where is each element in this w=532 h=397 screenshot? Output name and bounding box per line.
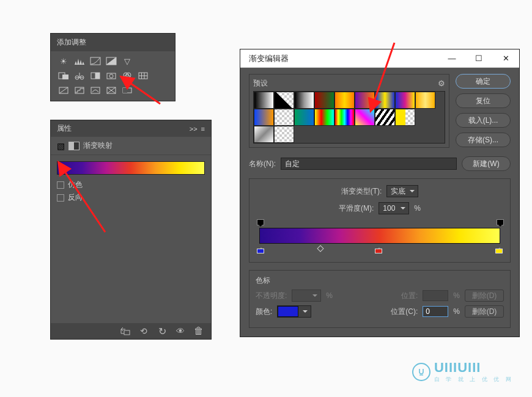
trash-icon[interactable]: 🗑 <box>193 326 205 336</box>
collapse-button[interactable]: >> <box>190 125 198 133</box>
properties-subheader: ▧ 渐变映射 <box>51 137 211 155</box>
reverse-label: 反向 <box>68 192 83 203</box>
new-button[interactable]: 新建(W) <box>462 156 511 171</box>
color-stop-3[interactable] <box>495 245 503 253</box>
preset-swatch[interactable] <box>274 109 294 126</box>
name-input[interactable] <box>281 158 457 170</box>
opacity-pct: % <box>326 291 333 300</box>
adjustments-grid: ☀ ▽ <box>51 51 175 100</box>
preset-swatch[interactable] <box>395 109 415 126</box>
opacity-stop-right[interactable] <box>497 219 503 227</box>
preset-swatch[interactable] <box>314 92 334 109</box>
preset-swatch[interactable] <box>355 92 375 109</box>
stops-group: 色标 不透明度: % 位置: % 删除(D) 颜色: 位置(C): % 删除(D… <box>249 270 511 328</box>
brightness-contrast-icon[interactable]: ☀ <box>57 55 70 67</box>
adjustments-title: 添加调整 <box>51 34 175 51</box>
color-position-label: 位置(C): <box>391 307 418 317</box>
invert-icon[interactable] <box>57 84 70 97</box>
preset-swatch[interactable] <box>254 92 274 109</box>
preset-swatch[interactable] <box>254 109 274 126</box>
preset-swatch[interactable] <box>375 109 395 126</box>
gradient-editor-titlebar[interactable]: 渐变编辑器 — ☐ ✕ <box>240 49 519 68</box>
type-select[interactable]: 实底 <box>386 185 418 197</box>
svg-rect-3 <box>62 75 68 79</box>
preset-swatch[interactable] <box>294 109 314 126</box>
smooth-label: 平滑度(M): <box>339 203 374 214</box>
color-stop-1[interactable] <box>257 245 264 253</box>
properties-title: 属性 <box>57 123 72 134</box>
channel-mixer-icon[interactable] <box>120 70 134 82</box>
preset-swatch[interactable] <box>355 109 375 126</box>
properties-subtitle: 渐变映射 <box>83 140 113 151</box>
preset-swatch[interactable] <box>334 92 355 109</box>
opacity-label: 不透明度: <box>256 291 287 301</box>
bulb-icon <box>412 363 430 381</box>
preset-swatch[interactable] <box>334 109 355 126</box>
watermark-logo: UIIIUIII 自 学 就 上 优 优 网 <box>412 360 514 384</box>
clip-to-layer-icon[interactable] <box>119 326 131 336</box>
panel-menu-icon[interactable]: ≡ <box>201 125 205 133</box>
name-label: 名称(N): <box>249 159 276 169</box>
exposure-icon[interactable] <box>105 55 118 67</box>
dither-checkbox[interactable] <box>57 181 64 189</box>
color-balance-icon[interactable] <box>73 70 86 82</box>
reset-icon[interactable]: ↻ <box>156 326 168 336</box>
threshold-icon[interactable] <box>89 84 102 97</box>
smooth-input[interactable]: 100 <box>379 202 409 214</box>
vibrance-icon[interactable]: ▽ <box>120 55 134 67</box>
curves-icon[interactable] <box>89 55 102 67</box>
close-button[interactable]: ✕ <box>492 49 519 68</box>
gradient-edit-bar[interactable] <box>259 228 500 244</box>
presets-gear-icon[interactable]: ⚙︎ <box>438 79 445 88</box>
ok-button[interactable]: 确定 <box>456 74 511 89</box>
svg-rect-21 <box>124 330 130 335</box>
gradient-editor-title: 渐变编辑器 <box>249 53 289 64</box>
preset-swatch[interactable] <box>274 126 294 143</box>
hue-sat-icon[interactable] <box>57 70 70 82</box>
gradient-type-group: 渐变类型(T): 实底 平滑度(M): 100 % <box>249 178 511 263</box>
color-label: 颜色: <box>256 307 272 317</box>
preset-swatch[interactable] <box>294 92 314 109</box>
gradient-editor-dialog: 渐变编辑器 — ☐ ✕ 预设 ⚙︎ <box>240 49 520 337</box>
photo-filter-icon[interactable] <box>105 70 118 82</box>
opacity-stop-left[interactable] <box>257 219 263 227</box>
color-delete-button[interactable]: 删除(D) <box>465 305 504 318</box>
visibility-icon[interactable]: 👁 <box>174 326 187 336</box>
color-lookup-icon[interactable] <box>136 70 150 82</box>
properties-panel: 属性 >> ≡ ▧ 渐变映射 仿色 反向 ⟲ ↻ 👁 🗑 <box>50 120 212 340</box>
levels-icon[interactable] <box>73 55 86 67</box>
minimize-button[interactable]: — <box>438 49 465 68</box>
preset-swatch[interactable] <box>314 109 334 126</box>
black-white-icon[interactable] <box>89 70 102 82</box>
properties-footer: ⟲ ↻ 👁 🗑 <box>51 323 211 339</box>
opacity-position-input <box>423 290 448 301</box>
preset-swatch[interactable] <box>395 92 415 109</box>
color-position-input[interactable] <box>423 306 448 317</box>
gradient-map-icon[interactable] <box>120 84 134 97</box>
position-label: 位置: <box>401 291 418 301</box>
save-button[interactable]: 存储(S)... <box>456 133 511 147</box>
dither-label: 仿色 <box>68 180 83 190</box>
midpoint-1[interactable] <box>317 245 323 252</box>
preset-swatch[interactable] <box>375 92 395 109</box>
svg-rect-7 <box>95 73 100 79</box>
mask-icon[interactable] <box>68 142 79 150</box>
posterize-icon[interactable] <box>73 84 86 97</box>
color-stop-2[interactable] <box>375 245 382 253</box>
selective-color-icon[interactable] <box>105 84 118 97</box>
smooth-pct: % <box>414 204 421 213</box>
maximize-button[interactable]: ☐ <box>465 49 492 68</box>
reverse-checkbox[interactable] <box>57 194 64 202</box>
stops-label: 色标 <box>256 275 504 286</box>
reset-button[interactable]: 复位 <box>456 93 511 108</box>
properties-header: 属性 >> ≡ <box>51 120 211 137</box>
preset-swatch[interactable] <box>274 92 294 109</box>
type-label: 渐变类型(T): <box>341 186 382 197</box>
preset-swatch[interactable] <box>254 126 274 143</box>
preset-swatch[interactable] <box>415 92 435 109</box>
load-button[interactable]: 载入(L)... <box>456 113 511 128</box>
gradient-map-thumb-icon: ▧ <box>57 141 65 151</box>
view-previous-icon[interactable]: ⟲ <box>138 326 150 336</box>
gradient-preview-bar[interactable] <box>57 161 205 175</box>
color-well[interactable] <box>277 305 311 318</box>
